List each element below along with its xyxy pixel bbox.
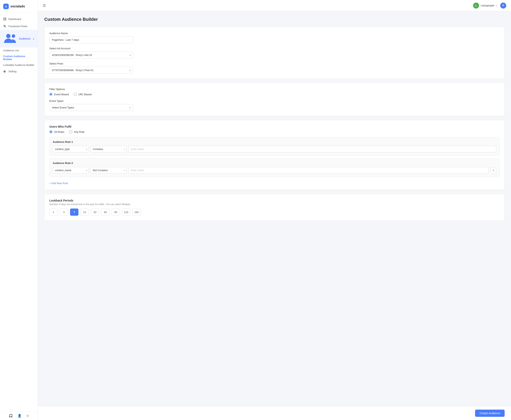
users-icon <box>3 32 17 45</box>
svg-rect-1 <box>5 18 6 19</box>
event-types-select[interactable]: Select Event Types <box>49 104 133 111</box>
rule-2-condition-select[interactable]: Not Contains <box>91 167 126 173</box>
svg-point-4 <box>4 25 4 26</box>
sidebar: s socialads Dashboard Facebook Pixels Au… <box>0 0 38 420</box>
apps-icon[interactable]: ⊞ <box>26 414 29 418</box>
headset-icon[interactable]: 🎧 <box>9 414 13 418</box>
ad-account-select[interactable]: 423815269298189 - Rosy's Ads 01 <box>49 52 133 59</box>
pixel-select[interactable]: 577875543508488 - Rosy's Pixel 01 <box>49 67 133 74</box>
sidebar-logo: s socialads <box>0 0 38 13</box>
audience-name-label: Audience Name <box>49 32 500 35</box>
logo-icon: s <box>3 4 9 9</box>
rule-2-field-wrap: content_name ▾ <box>53 167 89 173</box>
svg-rect-0 <box>3 18 5 19</box>
lookback-btn-120[interactable]: 120 <box>122 209 130 216</box>
pixel-select-wrap: 577875543508488 - Rosy's Pixel 01 ▾ <box>49 67 133 74</box>
account-chevron: ▾ <box>496 4 497 7</box>
rule-1-row: content_type ▾ Contains ▾ <box>53 146 496 152</box>
topbar: ☰ L Lotusprayer ▾ P <box>38 0 511 11</box>
create-audience-button[interactable]: Create Audience <box>475 410 505 417</box>
fulfil-radio-group: All Rules Any Rule <box>49 130 500 133</box>
sidebar-audience-subnav: Audience List Custom Audience Builder Lo… <box>0 47 38 68</box>
lookback-btn-90[interactable]: 90 <box>111 209 120 216</box>
rule-2-row: content_name ▾ Not Contains ▾ ✕ <box>53 167 496 173</box>
lookback-card: Lookback Periods Number of days we shoul… <box>44 194 505 221</box>
rule-2-title: Audience Rule 2 <box>53 162 496 165</box>
account-name: Lotusprayer <box>481 4 494 7</box>
lookback-title: Lookback Periods <box>49 199 500 202</box>
basic-info-card: Audience Name Select Ad Account: 4238152… <box>44 27 505 79</box>
user-avatar: P <box>500 3 506 8</box>
fulfil-title: Users Who Fulfil <box>49 125 500 128</box>
filter-url-based[interactable]: URL Based <box>74 93 92 96</box>
sidebar-label-setting: Setting <box>8 70 16 73</box>
filter-event-based[interactable]: Event Based <box>49 93 69 96</box>
main-content: Custom Audience Builder Audience Name Se… <box>38 11 511 406</box>
rules-card: Users Who Fulfil All Rules Any Rule Audi… <box>44 120 505 190</box>
lookback-options: 1 3 7 14 30 60 90 120 180 <box>49 209 500 216</box>
rule-1-field-wrap: content_type ▾ <box>53 146 89 152</box>
sidebar-nav: Dashboard Facebook Pixels Audience ▲ Aud… <box>0 13 38 411</box>
rule-1-title: Audience Rule 1 <box>53 140 496 143</box>
gear-icon <box>3 70 6 73</box>
lookback-btn-180[interactable]: 180 <box>132 209 141 216</box>
filter-event-based-radio[interactable] <box>49 93 52 96</box>
rule-1-field-select[interactable]: content_type <box>53 146 89 152</box>
event-types-label: Event Types <box>49 99 500 102</box>
svg-point-5 <box>6 34 10 38</box>
lookback-btn-14[interactable]: 14 <box>81 209 89 216</box>
sidebar-item-audience[interactable]: Audience ▲ <box>0 30 38 47</box>
lookback-btn-1[interactable]: 1 <box>49 209 58 216</box>
lookback-btn-60[interactable]: 60 <box>101 209 110 216</box>
sidebar-item-facebook-pixels[interactable]: Facebook Pixels <box>0 22 38 30</box>
audience-name-input[interactable] <box>49 36 133 43</box>
fulfil-all-rules[interactable]: All Rules <box>49 130 64 133</box>
sidebar-label-facebook-pixels: Facebook Pixels <box>8 25 27 28</box>
topbar-account[interactable]: L Lotusprayer ▾ <box>473 3 497 8</box>
svg-rect-3 <box>5 19 6 20</box>
fulfil-any-rule-radio[interactable] <box>69 130 72 133</box>
filter-radio-group: Event Based URL Based <box>49 93 500 96</box>
tag-icon <box>3 25 6 28</box>
lookback-btn-7[interactable]: 7 <box>70 209 78 216</box>
ad-account-select-wrap: 423815269298189 - Rosy's Ads 01 ▾ <box>49 52 133 59</box>
profile-icon[interactable]: 👤 <box>18 414 22 418</box>
sidebar-item-setting[interactable]: Setting <box>0 68 38 75</box>
audience-rule-1: Audience Rule 1 content_type ▾ Contains … <box>49 137 500 156</box>
sidebar-item-lookalike-audience-builder[interactable]: Lookalike Audience Builder <box>0 62 38 68</box>
rule-1-condition-select[interactable]: Contains <box>91 146 126 152</box>
account-avatar-green: L <box>473 3 479 8</box>
rule-2-condition-wrap: Not Contains ▾ <box>91 167 126 173</box>
app-name: socialads <box>10 5 25 8</box>
fulfil-any-rule[interactable]: Any Rule <box>69 130 84 133</box>
filter-url-based-radio[interactable] <box>74 93 77 96</box>
add-rule-button[interactable]: + Add New Rule <box>49 182 68 185</box>
ad-account-label: Select Ad Account: <box>49 47 500 50</box>
audience-rule-2: Audience Rule 2 content_name ▾ Not Conta… <box>49 158 500 177</box>
pixel-group: Select Pixel: 577875543508488 - Rosy's P… <box>49 62 500 74</box>
rule-1-value-input[interactable] <box>129 146 496 152</box>
sidebar-item-audience-list[interactable]: Audience List <box>0 47 38 53</box>
main-wrapper: ☰ L Lotusprayer ▾ P Custom Audience Buil… <box>38 0 511 420</box>
event-types-select-wrap: Select Event Types ▾ <box>49 104 133 111</box>
sidebar-item-dashboard[interactable]: Dashboard <box>0 15 38 22</box>
rule-2-delete-button[interactable]: ✕ <box>491 168 496 173</box>
rule-1-condition-wrap: Contains ▾ <box>91 146 126 152</box>
sidebar-item-custom-audience-builder[interactable]: Custom Audience Builder <box>0 53 38 62</box>
lookback-btn-3[interactable]: 3 <box>60 209 68 216</box>
sidebar-label-dashboard: Dashboard <box>8 18 21 21</box>
ad-account-group: Select Ad Account: 423815269298189 - Ros… <box>49 47 500 59</box>
sidebar-bottom: 🎧 👤 ⊞ <box>0 411 38 420</box>
rule-2-field-select[interactable]: content_name <box>53 167 89 173</box>
lookback-btn-30[interactable]: 30 <box>91 209 99 216</box>
svg-point-6 <box>12 34 15 38</box>
grid-icon <box>3 17 6 21</box>
hamburger-button[interactable]: ☰ <box>43 3 46 8</box>
filter-label: Filter Options: <box>49 88 500 91</box>
pixel-label: Select Pixel: <box>49 62 500 65</box>
fulfil-all-rules-radio[interactable] <box>49 130 52 133</box>
audience-name-group: Audience Name <box>49 32 500 43</box>
event-types-group: Event Types Select Event Types ▾ <box>49 99 500 111</box>
svg-rect-2 <box>3 19 5 20</box>
rule-2-value-input[interactable] <box>129 167 489 173</box>
